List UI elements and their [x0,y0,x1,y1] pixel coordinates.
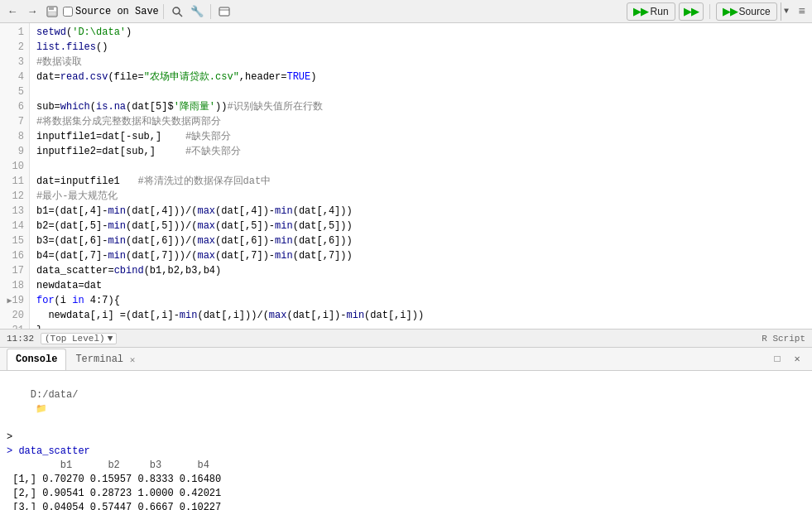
toolbar: ← → Source on Save 🔧 [0,0,812,23]
script-type: R Script [762,334,805,344]
menu-icon[interactable]: ≡ [795,5,809,18]
rerun-button[interactable]: ▶▶ [679,2,704,21]
code-line-19: for(i in 4:7){ [36,293,805,308]
console-line-0: > [7,431,805,445]
source-label: Source [739,6,771,17]
source-arrow-icon: ▶▶ [723,6,738,17]
tab-terminal[interactable]: Terminal ✕ [66,349,147,370]
console-output: > > data_scatter b1 b2 b3 b4 [1,] 0.7027… [7,431,805,510]
svg-rect-5 [219,7,229,16]
source-button[interactable]: ▶▶ Source [716,2,777,21]
code-line-15: b3=(dat[,6]-min(dat[,6]))/(max(dat[,6])-… [36,233,805,248]
search-icon [171,6,183,17]
line-num-18: 18 [0,278,24,293]
source-dropdown[interactable]: ▼ [781,2,792,21]
tabs-bar: Console Terminal ✕ □ ✕ [0,348,812,371]
save-icon [46,6,58,17]
code-line-20: newdata[,i] =(dat[,i]-min(dat[,i]))/(max… [36,308,805,323]
search-button[interactable] [168,2,186,21]
line-numbers: 123456789101112131415161718▶192021222324 [0,23,30,329]
console-path-icon: 📁 [31,404,48,414]
line-num-19: ▶19 [0,293,24,308]
run-label: Run [651,6,669,17]
line-num-13: 13 [0,204,24,219]
toolbar-right: ▶▶ Run ▶▶ ▶▶ Source ▼ ≡ [627,2,809,21]
code-line-16: b4=(dat[,7]-min(dat[,7]))/(max(dat[,7])-… [36,248,805,263]
line-num-10: 10 [0,159,24,174]
console-panel: D:/data/ 📁 > > data_scatter b1 b2 b3 b4 … [0,371,812,510]
console-line-1: > data_scatter [7,445,805,459]
scope-label: (Top Level) [45,334,105,344]
tabs-right-controls: □ ✕ [769,351,805,368]
code-line-9: inputfile2=dat[sub,] #不缺失部分 [36,144,805,159]
code-line-4: dat=read.csv(file="农场申请贷款.csv",header=TR… [36,70,805,84]
save-button[interactable] [43,2,61,21]
toolbar-left: ← → Source on Save 🔧 [3,2,627,21]
line-num-4: 4 [0,70,24,84]
code-editor: 123456789101112131415161718▶192021222324… [0,23,812,330]
line-num-7: 7 [0,114,24,129]
tab-console-label: Console [16,354,57,365]
scope-dropdown-icon: ▼ [108,334,113,344]
sep3 [709,4,710,19]
svg-line-4 [179,13,182,17]
code-line-7: #将数据集分成完整数据和缺失数据两部分 [36,114,805,129]
code-line-8: inputfile1=dat[-sub,] #缺失部分 [36,129,805,144]
svg-rect-2 [48,12,56,16]
code-line-11: dat=inputfile1 #将清洗过的数据保存回dat中 [36,174,805,189]
wand-button[interactable]: 🔧 [188,2,206,21]
undo-button[interactable]: ← [3,2,22,21]
line-num-16: 16 [0,248,24,263]
code-line-13: b1=(dat[,4]-min(dat[,4]))/(max(dat[,4])-… [36,204,805,219]
source-on-save-checkbox[interactable] [63,7,73,17]
sep1 [163,4,164,19]
console-path: D:/data/ [31,389,79,401]
code-line-14: b2=(dat[,5]-min(dat[,5]))/(max(dat[,5])-… [36,219,805,233]
rerun-icon: ▶▶ [684,6,699,17]
run-button[interactable]: ▶▶ Run [627,2,675,21]
svg-point-3 [173,7,180,14]
code-line-5 [36,84,805,99]
console-close-button[interactable]: ✕ [789,351,805,368]
line-num-1: 1 [0,25,24,40]
code-line-10 [36,159,805,174]
line-num-3: 3 [0,55,24,70]
line-num-5: 5 [0,84,24,99]
console-line-3: [1,] 0.70270 0.15957 0.8333 0.16480 [7,473,805,487]
console-path-line: D:/data/ 📁 [7,374,805,431]
compile-button[interactable] [215,2,233,21]
code-line-12: #最小-最大规范化 [36,189,805,204]
line-num-8: 8 [0,129,24,144]
code-line-17: data_scatter=cbind(b1,b2,b3,b4) [36,263,805,278]
code-line-6: sub=which(is.na(dat[5]$'降雨量'))#识别缺失值所在行数 [36,99,805,114]
redo-button[interactable]: → [23,2,41,21]
sep2 [210,4,211,19]
console-line-4: [2,] 0.90541 0.28723 1.0000 0.42021 [7,487,805,501]
tab-terminal-close[interactable]: ✕ [127,354,138,365]
code-line-2: list.files() [36,40,805,55]
code-line-3: #数据读取 [36,55,805,70]
source-on-save-label: Source on Save [75,6,159,17]
line-num-17: 17 [0,263,24,278]
line-num-2: 2 [0,40,24,55]
code-line-1: setwd('D:\data') [36,25,805,40]
source-on-save-wrap: Source on Save [63,6,159,17]
code-line-21: } [36,323,805,329]
compile-icon [219,6,230,17]
code-area[interactable]: setwd('D:\data')list.files()#数据读取dat=rea… [30,23,812,329]
line-num-9: 9 [0,144,24,159]
line-num-6: 6 [0,99,24,114]
svg-rect-1 [49,7,54,10]
line-num-12: 12 [0,189,24,204]
run-arrow-icon: ▶▶ [633,6,648,17]
tab-console[interactable]: Console [7,349,66,370]
cursor-position: 11:32 [7,334,34,344]
code-line-18: newdata=dat [36,278,805,293]
statusbar: 11:32 (Top Level) ▼ R Script [0,330,812,348]
line-num-20: 20 [0,308,24,323]
line-num-11: 11 [0,174,24,189]
line-num-15: 15 [0,233,24,248]
scope-selector[interactable]: (Top Level) ▼ [41,333,117,344]
console-maximize-button[interactable]: □ [769,351,786,368]
console-line-2: b1 b2 b3 b4 [7,459,805,473]
